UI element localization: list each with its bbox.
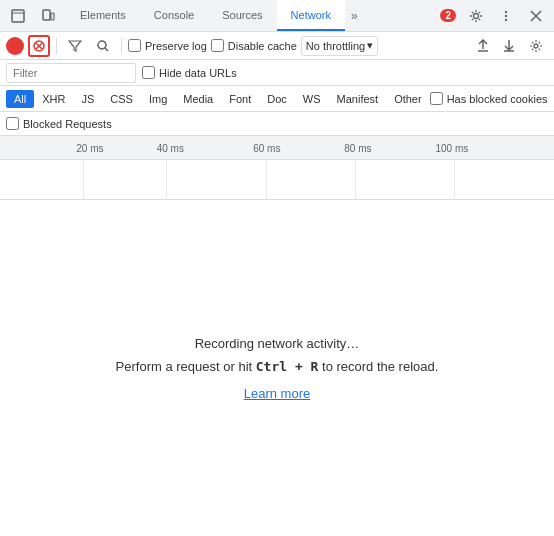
has-blocked-cookies-label[interactable]: Has blocked cookies xyxy=(430,92,548,105)
grid-line-2 xyxy=(166,160,167,199)
device-toggle-btn[interactable] xyxy=(34,4,62,28)
filter-tab-xhr[interactable]: XHR xyxy=(34,90,73,108)
inspect-icon xyxy=(11,9,25,23)
filter-btn[interactable] xyxy=(63,34,87,58)
filter-tabs-bar: All XHR JS CSS Img Media Font Doc WS Man… xyxy=(0,86,554,112)
blocked-requests-checkbox[interactable] xyxy=(6,117,19,130)
close-icon xyxy=(530,10,542,22)
tab-more-btn[interactable]: » xyxy=(345,0,364,31)
disable-cache-checkbox[interactable] xyxy=(211,39,224,52)
tabs-container: Elements Console Sources Network » xyxy=(66,0,440,31)
tab-elements[interactable]: Elements xyxy=(66,0,140,31)
blocked-requests-row: Blocked Requests xyxy=(0,112,554,136)
svg-point-6 xyxy=(505,18,507,20)
filter-tab-media[interactable]: Media xyxy=(175,90,221,108)
svg-rect-0 xyxy=(12,10,24,22)
filter-tab-doc[interactable]: Doc xyxy=(259,90,295,108)
preserve-log-text: Preserve log xyxy=(145,40,207,52)
svg-point-3 xyxy=(474,13,479,18)
tab-console[interactable]: Console xyxy=(140,0,208,31)
tab-sources[interactable]: Sources xyxy=(208,0,276,31)
inspect-icon-btn[interactable] xyxy=(4,4,32,28)
network-settings-btn[interactable] xyxy=(524,34,548,58)
preserve-log-checkbox[interactable] xyxy=(128,39,141,52)
timeline-labels: 20 ms 40 ms 60 ms 80 ms 100 ms xyxy=(12,136,548,159)
throttle-arrow: ▾ xyxy=(367,39,373,52)
recording-line1: Recording network activity… xyxy=(195,336,360,351)
hide-data-urls-text: Hide data URLs xyxy=(159,67,237,79)
disable-cache-label[interactable]: Disable cache xyxy=(211,39,297,52)
svg-point-5 xyxy=(505,14,507,16)
filter-tab-manifest[interactable]: Manifest xyxy=(329,90,387,108)
network-toolbar2: Hide data URLs xyxy=(0,60,554,86)
svg-rect-2 xyxy=(51,13,54,20)
timeline-80ms: 80 ms xyxy=(344,142,371,153)
learn-more-link[interactable]: Learn more xyxy=(244,386,310,401)
filter-tab-all[interactable]: All xyxy=(6,90,34,108)
filter-tab-js[interactable]: JS xyxy=(73,90,102,108)
device-icon xyxy=(41,9,55,23)
disable-cache-text: Disable cache xyxy=(228,40,297,52)
timeline-header: 20 ms 40 ms 60 ms 80 ms 100 ms xyxy=(0,136,554,160)
timeline-40ms: 40 ms xyxy=(157,142,184,153)
tab-network[interactable]: Network xyxy=(277,0,345,31)
has-blocked-cookies-checkbox[interactable] xyxy=(430,92,443,105)
download-icon xyxy=(502,39,516,53)
filter-tab-font[interactable]: Font xyxy=(221,90,259,108)
grid-line-3 xyxy=(266,160,267,199)
more-options-btn[interactable] xyxy=(492,4,520,28)
export-btn[interactable] xyxy=(498,35,520,57)
filter-tab-img[interactable]: Img xyxy=(141,90,175,108)
recording-suffix: to record the reload. xyxy=(318,359,438,374)
blocked-requests-text: Blocked Requests xyxy=(23,118,112,130)
tab-right-icons: 2 xyxy=(440,4,550,28)
svg-rect-1 xyxy=(43,10,50,20)
timeline-100ms: 100 ms xyxy=(435,142,468,153)
svg-point-9 xyxy=(534,44,538,48)
filter-tab-ws[interactable]: WS xyxy=(295,90,329,108)
has-blocked-cookies-text: Has blocked cookies xyxy=(447,93,548,105)
svg-point-8 xyxy=(98,41,106,49)
settings-icon-btn[interactable] xyxy=(462,4,490,28)
blocked-requests-label[interactable]: Blocked Requests xyxy=(6,117,112,130)
filter-tab-css[interactable]: CSS xyxy=(102,90,141,108)
network-settings-icon xyxy=(529,39,543,53)
search-btn[interactable] xyxy=(91,34,115,58)
record-button[interactable] xyxy=(6,37,24,55)
throttle-label: No throttling xyxy=(306,40,365,52)
settings-icon xyxy=(469,9,483,23)
preserve-log-label[interactable]: Preserve log xyxy=(128,39,207,52)
clear-log-button[interactable] xyxy=(28,35,50,57)
close-devtools-btn[interactable] xyxy=(522,4,550,28)
network-requests-area xyxy=(0,160,554,200)
throttle-select[interactable]: No throttling ▾ xyxy=(301,36,378,56)
hide-data-urls-checkbox[interactable] xyxy=(142,66,155,79)
grid-line-4 xyxy=(355,160,356,199)
clear-icon xyxy=(32,39,46,53)
grid-line-5 xyxy=(454,160,455,199)
filter-icon xyxy=(68,39,82,53)
recording-area: Recording network activity… Perform a re… xyxy=(0,200,554,536)
network-toolbar1: Preserve log Disable cache No throttling… xyxy=(0,32,554,60)
hide-data-urls-label[interactable]: Hide data URLs xyxy=(142,66,237,79)
toolbar-divider2 xyxy=(121,38,122,54)
recording-key: Ctrl + R xyxy=(256,359,319,374)
grid-line-1 xyxy=(83,160,84,199)
tab-bar: Elements Console Sources Network » 2 xyxy=(0,0,554,32)
search-icon xyxy=(96,39,110,53)
more-vert-icon xyxy=(499,9,513,23)
notification-badge: 2 xyxy=(440,9,456,22)
timeline-20ms: 20 ms xyxy=(76,142,103,153)
svg-point-4 xyxy=(505,10,507,12)
upload-icon xyxy=(476,39,490,53)
timeline-60ms: 60 ms xyxy=(253,142,280,153)
recording-prefix: Perform a request or hit xyxy=(116,359,256,374)
filter-tab-other[interactable]: Other xyxy=(386,90,430,108)
devtools-panel: Elements Console Sources Network » 2 xyxy=(0,0,554,536)
filter-input[interactable] xyxy=(6,63,136,83)
tab-bar-icons xyxy=(4,4,62,28)
toolbar-divider1 xyxy=(56,38,57,54)
import-btn[interactable] xyxy=(472,35,494,57)
recording-line2: Perform a request or hit Ctrl + R to rec… xyxy=(116,359,439,374)
